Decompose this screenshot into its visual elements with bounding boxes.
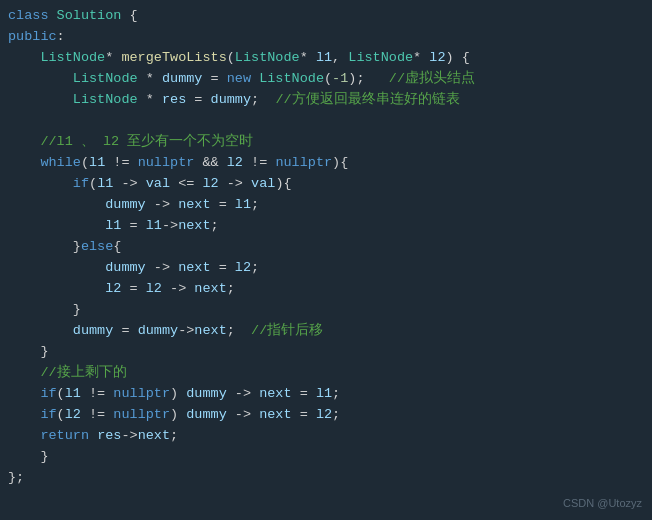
code-line: if(l1 != nullptr) dummy -> next = l1; (0, 384, 652, 405)
code-line: l1 = l1->next; (0, 216, 652, 237)
code-line: }; (0, 468, 652, 489)
code-line: dummy = dummy->next; //指针后移 (0, 321, 652, 342)
code-line: while(l1 != nullptr && l2 != nullptr){ (0, 153, 652, 174)
code-line: } (0, 300, 652, 321)
code-line: } (0, 342, 652, 363)
code-line: } (0, 447, 652, 468)
code-line: }else{ (0, 237, 652, 258)
code-line: public: (0, 27, 652, 48)
code-line: return res->next; (0, 426, 652, 447)
code-line: //l1 、 l2 至少有一个不为空时 (0, 132, 652, 153)
code-line: dummy -> next = l2; (0, 258, 652, 279)
code-block: class Solution {public: ListNode* mergeT… (0, 0, 652, 520)
watermark: CSDN @Utozyz (563, 495, 642, 512)
code-line: if(l1 -> val <= l2 -> val){ (0, 174, 652, 195)
code-line: class Solution { (0, 6, 652, 27)
code-line: ListNode * dummy = new ListNode(-1); //虚… (0, 69, 652, 90)
code-line: ListNode * res = dummy; //方便返回最终串连好的链表 (0, 90, 652, 111)
code-line: //接上剩下的 (0, 363, 652, 384)
code-line: dummy -> next = l1; (0, 195, 652, 216)
code-line: if(l2 != nullptr) dummy -> next = l2; (0, 405, 652, 426)
code-line: ListNode* mergeTwoLists(ListNode* l1, Li… (0, 48, 652, 69)
code-line (0, 111, 652, 132)
code-line: l2 = l2 -> next; (0, 279, 652, 300)
